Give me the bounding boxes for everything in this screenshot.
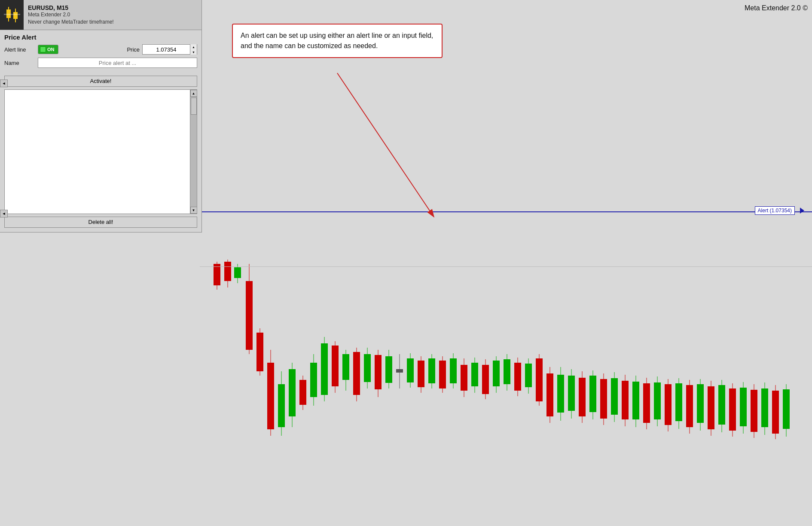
svg-rect-48 — [418, 361, 424, 387]
svg-rect-54 — [450, 358, 457, 383]
scroll-track — [190, 97, 197, 207]
svg-rect-86 — [622, 381, 629, 419]
svg-rect-34 — [342, 354, 349, 380]
svg-rect-38 — [364, 354, 371, 382]
left-arrow-mid[interactable]: ◄ — [0, 210, 8, 217]
svg-rect-52 — [439, 361, 446, 388]
price-label: Price — [127, 46, 140, 53]
scrollbar: ▲ ▼ — [190, 89, 197, 214]
svg-rect-114 — [772, 391, 779, 434]
panel-header: EURUSD, M15 Meta Extender 2.0 Never chan… — [0, 0, 201, 30]
svg-rect-72 — [546, 373, 553, 416]
svg-rect-40 — [375, 355, 382, 389]
svg-rect-70 — [536, 358, 543, 401]
svg-rect-92 — [654, 382, 661, 419]
tooltip-box: An alert can be set up using either an a… — [232, 24, 443, 58]
svg-rect-18 — [256, 333, 263, 371]
svg-rect-14 — [234, 267, 241, 278]
svg-rect-90 — [643, 383, 650, 423]
svg-rect-96 — [675, 383, 682, 421]
log-area — [4, 89, 190, 214]
svg-rect-78 — [579, 378, 586, 416]
svg-rect-12 — [224, 262, 231, 281]
svg-rect-106 — [729, 388, 736, 431]
name-input[interactable] — [38, 58, 197, 68]
panel-header-icon — [0, 0, 24, 30]
toggle-indicator — [40, 46, 46, 52]
svg-rect-84 — [611, 378, 618, 415]
price-input-wrap: ▲ ▼ — [142, 44, 197, 55]
svg-rect-110 — [751, 390, 757, 432]
price-alert-section: Price Alert Alert line ON Price ▲ ▼ — [0, 30, 201, 73]
svg-rect-36 — [353, 352, 360, 395]
svg-rect-3 — [13, 12, 18, 19]
scroll-down-arrow[interactable]: ▼ — [190, 207, 197, 214]
header-symbol: EURUSD, M15 — [28, 4, 114, 11]
svg-rect-116 — [783, 389, 790, 429]
alert-line-toggle[interactable]: ON — [38, 45, 58, 54]
svg-rect-44 — [396, 369, 403, 373]
price-group: Price ▲ ▼ — [127, 44, 197, 55]
scroll-up-arrow[interactable]: ▲ — [190, 90, 197, 97]
toggle-label: ON — [47, 47, 55, 52]
price-spinner-down[interactable]: ▼ — [190, 49, 197, 55]
price-alert-title: Price Alert — [4, 34, 197, 41]
alert-price-line — [200, 211, 812, 212]
svg-rect-26 — [299, 380, 306, 405]
svg-rect-64 — [504, 359, 510, 384]
svg-rect-32 — [332, 346, 339, 386]
svg-rect-56 — [461, 365, 467, 391]
svg-rect-16 — [246, 281, 253, 350]
svg-rect-10 — [214, 264, 220, 285]
svg-rect-6 — [4, 14, 20, 15]
header-tagline: Never change MetaTrader timeframe! — [28, 18, 114, 26]
svg-rect-76 — [568, 376, 575, 411]
svg-rect-100 — [697, 384, 704, 423]
svg-rect-20 — [267, 363, 274, 429]
svg-rect-24 — [289, 369, 296, 416]
alert-line-arrow-icon — [800, 208, 804, 214]
name-label: Name — [4, 60, 34, 66]
svg-rect-22 — [278, 384, 285, 427]
candlestick-icon — [4, 6, 20, 24]
svg-rect-60 — [482, 365, 489, 394]
svg-rect-28 — [310, 363, 317, 397]
price-input[interactable] — [143, 45, 190, 54]
svg-rect-74 — [557, 375, 564, 413]
candles-group — [214, 260, 790, 439]
svg-rect-62 — [493, 361, 500, 386]
svg-rect-30 — [321, 343, 328, 395]
log-area-wrap: ▲ ▼ — [4, 89, 197, 214]
svg-rect-80 — [589, 376, 596, 412]
left-arrow-top[interactable]: ◄ — [0, 80, 8, 87]
svg-rect-112 — [761, 388, 768, 427]
svg-rect-58 — [471, 363, 478, 386]
panel-header-text: EURUSD, M15 Meta Extender 2.0 Never chan… — [24, 0, 118, 30]
header-app-name: Meta Extender 2.0 — [28, 11, 114, 18]
name-row: Name — [4, 58, 197, 68]
svg-rect-98 — [686, 385, 693, 427]
top-right-title: Meta Extender 2.0 © — [745, 4, 808, 12]
svg-rect-68 — [525, 364, 532, 387]
svg-rect-102 — [708, 386, 714, 429]
price-spinner-up[interactable]: ▲ — [190, 44, 197, 49]
svg-rect-66 — [514, 363, 521, 391]
svg-rect-88 — [632, 382, 639, 419]
scroll-thumb[interactable] — [191, 98, 197, 115]
alert-label: Alert (1.07354) — [755, 206, 795, 215]
alert-line-row: Alert line ON Price ▲ ▼ — [4, 44, 197, 55]
svg-rect-46 — [407, 358, 414, 382]
svg-rect-82 — [600, 379, 607, 419]
price-spinners: ▲ ▼ — [190, 44, 197, 55]
panel: EURUSD, M15 Meta Extender 2.0 Never chan… — [0, 0, 202, 232]
chart-separator — [200, 266, 812, 267]
svg-rect-104 — [718, 385, 725, 425]
activate-button[interactable]: Activate! — [4, 76, 197, 87]
alert-line-label: Alert line — [4, 46, 34, 53]
svg-rect-50 — [428, 358, 435, 383]
svg-rect-94 — [665, 384, 672, 425]
svg-rect-42 — [385, 356, 392, 383]
delete-button[interactable]: Delete all! — [4, 217, 197, 228]
svg-rect-108 — [740, 388, 747, 426]
